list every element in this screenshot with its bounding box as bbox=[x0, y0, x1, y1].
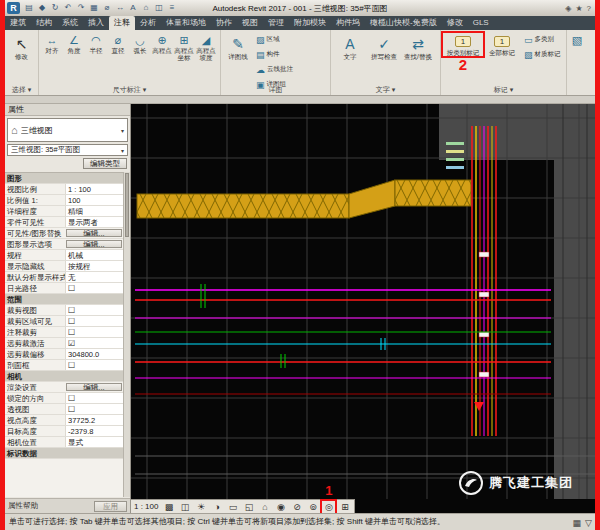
ribbon-tab[interactable]: 管理 bbox=[263, 16, 289, 30]
lock-3d-icon[interactable]: ⌂ bbox=[258, 501, 271, 513]
property-value[interactable]: 37725.2 bbox=[65, 415, 123, 425]
property-value[interactable] bbox=[65, 294, 123, 304]
radial-dimension-button[interactable]: ◠ 半径 bbox=[85, 33, 107, 61]
property-value[interactable]: ☐ bbox=[65, 360, 123, 370]
ribbon-tab[interactable]: 系统 bbox=[57, 16, 83, 30]
undo-icon[interactable]: ↶ bbox=[62, 2, 74, 14]
panel-label-tag[interactable]: 标记 ▾ bbox=[441, 84, 566, 95]
open-icon[interactable]: ▤ bbox=[23, 2, 35, 14]
modify-button[interactable]: ↖ 修改 bbox=[7, 33, 36, 60]
property-value[interactable]: 无 bbox=[65, 272, 123, 282]
property-value[interactable]: ☑ bbox=[65, 338, 123, 348]
favorites-icon[interactable]: ★ bbox=[575, 4, 582, 13]
ribbon-tab[interactable]: 协作 bbox=[211, 16, 237, 30]
property-value[interactable]: -2379.8 bbox=[65, 426, 123, 436]
property-value[interactable]: 编辑... bbox=[66, 229, 122, 237]
visual-style-icon[interactable]: ◫ bbox=[178, 501, 191, 513]
ribbon-tab[interactable]: 结构 bbox=[31, 16, 57, 30]
text-button[interactable]: A 文字 bbox=[333, 33, 367, 60]
aligned-dimension-button[interactable]: ↔ 对齐 bbox=[41, 33, 63, 61]
sun-path-icon[interactable]: ☀ bbox=[194, 501, 207, 513]
property-value[interactable] bbox=[65, 173, 123, 183]
property-value[interactable] bbox=[65, 371, 123, 381]
detail-level-icon[interactable]: ▩ bbox=[162, 501, 175, 513]
spot-elevation-button[interactable]: ⊕ 高程点 bbox=[151, 33, 173, 61]
redo-icon[interactable]: ↷ bbox=[75, 2, 87, 14]
multi-category-tag-button[interactable]: ▭ 多类别 bbox=[524, 33, 561, 46]
arc-length-button[interactable]: ◡ 弧长 bbox=[129, 33, 151, 61]
region-button[interactable]: ▨ 区域 bbox=[256, 33, 293, 46]
color-fill-button[interactable]: ▧ bbox=[569, 33, 585, 47]
instance-selector[interactable]: 三维视图: 35#平面图 ▾ bbox=[7, 144, 128, 156]
measure-icon[interactable]: ⌀ bbox=[101, 2, 113, 14]
ribbon-tab[interactable]: 附加模块 bbox=[289, 16, 331, 30]
panel-label-select[interactable]: 选择 ▾ bbox=[5, 84, 38, 95]
property-value[interactable]: ☐ bbox=[65, 283, 123, 293]
thin-lines-icon[interactable]: ≡ bbox=[166, 2, 178, 14]
spot-coordinate-button[interactable]: ⊞ 高程点 坐标 bbox=[173, 33, 195, 61]
tag-all-button[interactable]: 1 全部标记 bbox=[483, 33, 521, 56]
drawing-area[interactable]: 1 : 100 ▩◫☀◑▭◱⌂◉⊘⊚ ◎ 1 ⊞ 腾飞建工集团 bbox=[131, 104, 595, 513]
crop-view-icon[interactable]: ▭ bbox=[226, 501, 239, 513]
material-tag-button[interactable]: ▧ 材质标记 bbox=[524, 48, 561, 61]
ribbon-tab[interactable]: 修改 bbox=[442, 16, 468, 30]
property-value[interactable] bbox=[65, 448, 123, 458]
find-replace-button[interactable]: ⇄ 查找/替换 bbox=[401, 33, 435, 60]
temp-hide-icon[interactable]: ◉ bbox=[274, 501, 287, 513]
type-selector[interactable]: ⌂ 三维视图 ▾ bbox=[7, 118, 128, 142]
section-icon[interactable]: ◫ bbox=[153, 2, 165, 14]
ribbon-tab[interactable]: 体量和场地 bbox=[161, 16, 211, 30]
property-value[interactable]: 1 : 100 bbox=[65, 184, 123, 194]
ribbon-tab[interactable]: 分析 bbox=[135, 16, 161, 30]
property-value[interactable]: ☐ bbox=[65, 305, 123, 315]
worksharing-icon[interactable]: ⊚ bbox=[306, 501, 319, 513]
spelling-button[interactable]: ✓ 拼写检查 bbox=[367, 33, 401, 60]
property-value[interactable]: 机械 bbox=[65, 250, 123, 260]
constraints-icon[interactable]: ⊞ bbox=[338, 501, 351, 513]
ribbon-tab[interactable]: 橄榄山快模-免费版 bbox=[365, 16, 442, 30]
print-icon[interactable]: ▦ bbox=[88, 2, 100, 14]
property-value[interactable]: ☐ bbox=[65, 393, 123, 403]
detail-line-button[interactable]: ✎ 详图线 bbox=[223, 33, 253, 60]
3d-view-icon[interactable]: ⌂ bbox=[140, 2, 152, 14]
property-value[interactable]: ☐ bbox=[65, 316, 123, 326]
property-value[interactable]: 304800.0 bbox=[65, 349, 123, 359]
property-value[interactable]: 编辑... bbox=[66, 240, 122, 248]
property-value[interactable]: ☐ bbox=[65, 404, 123, 414]
panel-label-text[interactable]: 文字 ▾ bbox=[331, 84, 440, 95]
property-value[interactable]: 编辑... bbox=[66, 383, 122, 391]
app-menu-button[interactable]: R bbox=[7, 2, 20, 14]
communication-center-icon[interactable]: ◈ bbox=[565, 4, 571, 13]
analysis-icon[interactable]: ⊘ bbox=[290, 501, 303, 513]
ribbon-tab[interactable]: 构件坞 bbox=[331, 16, 365, 30]
ribbon-tab[interactable]: 视图 bbox=[237, 16, 263, 30]
scale-menu[interactable]: 1 : 100 bbox=[134, 502, 158, 511]
apply-button[interactable]: 应用 bbox=[94, 501, 127, 512]
property-value[interactable]: 精细 bbox=[65, 206, 123, 216]
filter-icon[interactable]: ▽ bbox=[585, 515, 592, 530]
property-value[interactable]: ☐ bbox=[65, 327, 123, 337]
ribbon-tab[interactable]: 注释 bbox=[109, 16, 135, 30]
scrollbar-thumb[interactable] bbox=[125, 173, 129, 237]
worksets-icon[interactable]: ▦ bbox=[573, 515, 582, 530]
dimension-icon[interactable]: ↔ bbox=[114, 2, 126, 14]
reveal-hidden-icon[interactable]: ◎ 1 bbox=[322, 501, 335, 513]
diameter-dimension-button[interactable]: ⌀ 直径 bbox=[107, 33, 129, 61]
ribbon-tab[interactable]: GLS bbox=[468, 16, 494, 30]
property-value[interactable]: 显式 bbox=[65, 437, 123, 447]
property-value[interactable]: 按规程 bbox=[65, 261, 123, 271]
crop-visible-icon[interactable]: ◱ bbox=[242, 501, 255, 513]
component-button[interactable]: ▤ 构件 bbox=[256, 48, 293, 61]
text-icon[interactable]: A bbox=[127, 2, 139, 14]
panel-label-dimension[interactable]: 尺寸标注 ▾ bbox=[39, 84, 220, 95]
tag-by-category-button[interactable]: 1 按类别标记 2 bbox=[443, 33, 483, 56]
revision-cloud-button[interactable]: ☁ 云线批注 bbox=[256, 63, 293, 76]
edit-type-button[interactable]: 编辑类型 bbox=[83, 158, 127, 169]
panel-label-detail[interactable]: 详图 bbox=[221, 84, 330, 95]
spot-slope-button[interactable]: ◢ 高程点 坡度 bbox=[195, 33, 217, 61]
palette-scrollbar[interactable] bbox=[123, 172, 130, 497]
property-value[interactable]: 100 bbox=[65, 195, 123, 205]
ribbon-tab[interactable]: 建筑 bbox=[5, 16, 31, 30]
angular-dimension-button[interactable]: ∠ 角度 bbox=[63, 33, 85, 61]
ribbon-tab[interactable]: 插入 bbox=[83, 16, 109, 30]
